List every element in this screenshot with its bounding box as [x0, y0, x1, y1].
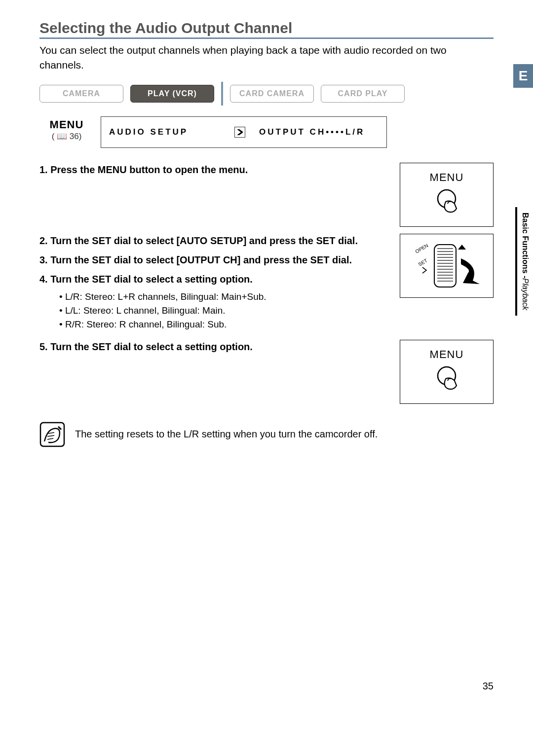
step-1: 1. Press the MENU button to open the men…: [39, 163, 390, 177]
note-row: The setting resets to the L/R setting wh…: [39, 422, 494, 447]
step-2: 2. Turn the SET dial to select [AUTO SET…: [39, 234, 390, 248]
note-icon: [39, 422, 65, 447]
menu-label: MENU ( 📖 36): [39, 116, 94, 148]
menu-path-seg-output-ch: OUTPUT CH••••L/R: [251, 127, 373, 137]
intro-text: You can select the output channels when …: [39, 43, 494, 73]
press-button-icon: [431, 187, 462, 218]
side-section-title: Basic Functions -: [521, 213, 530, 278]
menu-path-box: AUDIO SETUP OUTPUT CH••••L/R: [101, 116, 387, 148]
illus-menu-label-1: MENU: [430, 171, 464, 184]
step-5: 5. Turn the SET dial to select a setting…: [39, 340, 390, 354]
svg-rect-3: [434, 245, 456, 287]
menu-path-row: MENU ( 📖 36) AUDIO SETUP OUTPUT CH••••L/…: [39, 116, 494, 148]
step-5-text: 5. Turn the SET dial to select a setting…: [39, 340, 390, 404]
page-title: Selecting the Audio Output Channel: [39, 20, 494, 39]
mode-row: CAMERA PLAY (VCR) CARD CAMERA CARD PLAY: [39, 82, 494, 106]
step-4-opt-1: • L/R: Stereo: L+R channels, Bilingual: …: [39, 291, 390, 302]
step-2to4-block: 2. Turn the SET dial to select [AUTO SET…: [39, 234, 494, 333]
side-tab-e: E: [513, 64, 533, 88]
illus-menu-label-2: MENU: [430, 348, 464, 361]
menu-path-arrow-icon: [234, 127, 245, 138]
svg-text:SET: SET: [418, 257, 428, 267]
steps: 1. Press the MENU button to open the men…: [39, 163, 494, 404]
svg-line-18: [48, 432, 54, 433]
side-section-subtitle: Playback: [521, 278, 530, 310]
svg-line-19: [47, 435, 54, 436]
menu-word: MENU: [39, 118, 94, 131]
step-3: 3. Turn the SET dial to select [OUTPUT C…: [39, 253, 390, 267]
menu-path-seg-audio-setup: AUDIO SETUP: [101, 127, 234, 137]
step-2to4-text: 2. Turn the SET dial to select [AUTO SET…: [39, 234, 390, 333]
step-4: 4. Turn the SET dial to select a setting…: [39, 272, 390, 287]
illustration-menu-button-1: MENU: [400, 163, 494, 227]
illustration-set-dial: OPEN SET: [400, 234, 494, 298]
set-dial-icon: OPEN SET: [405, 239, 489, 293]
step-1-block: 1. Press the MENU button to open the men…: [39, 163, 494, 227]
mode-camera: CAMERA: [39, 85, 123, 103]
step-4-opt-2: • L/L: Stereo: L channel, Bilingual: Mai…: [39, 305, 390, 316]
note-text: The setting resets to the L/R setting wh…: [75, 429, 378, 440]
mode-separator: [221, 82, 223, 106]
step-4-opt-3: • R/R: Stereo: R channel, Bilingual: Sub…: [39, 319, 390, 330]
mode-card-camera: CARD CAMERA: [230, 85, 314, 103]
step-1-text: 1. Press the MENU button to open the men…: [39, 163, 390, 227]
mode-card-play: CARD PLAY: [321, 85, 405, 103]
page-number: 35: [483, 681, 494, 692]
svg-line-20: [47, 438, 53, 439]
press-button-icon: [431, 364, 462, 396]
side-tab-section: Basic Functions - Playback: [515, 207, 533, 316]
menu-ref: ( 📖 36): [39, 131, 94, 142]
svg-text:OPEN: OPEN: [415, 243, 429, 254]
step-5-block: 5. Turn the SET dial to select a setting…: [39, 340, 494, 404]
mode-play-vcr: PLAY (VCR): [130, 85, 214, 103]
illustration-menu-button-2: MENU: [400, 340, 494, 404]
